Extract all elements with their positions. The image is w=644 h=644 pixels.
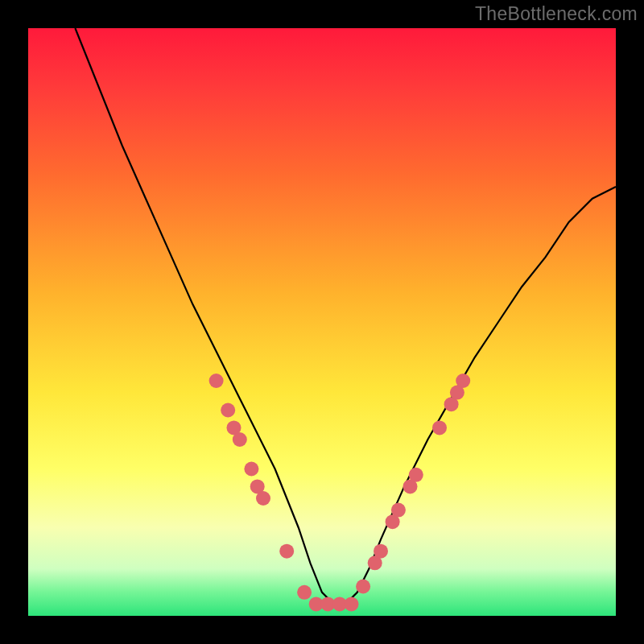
- curve-svg: [28, 28, 616, 616]
- data-marker: [356, 580, 370, 594]
- plot-area: [28, 28, 616, 616]
- data-marker: [279, 544, 294, 559]
- data-marker: [244, 462, 258, 477]
- chart-frame: TheBottleneck.com: [0, 0, 644, 644]
- data-marker: [345, 597, 359, 611]
- data-marker: [374, 544, 388, 559]
- data-marker: [256, 491, 270, 506]
- data-marker: [409, 468, 423, 482]
- watermark-text: TheBottleneck.com: [475, 3, 638, 25]
- data-marker: [221, 403, 235, 418]
- data-marker: [456, 374, 470, 388]
- data-marker: [391, 503, 406, 518]
- data-marker: [297, 585, 312, 600]
- data-marker: [233, 432, 247, 447]
- markers: [209, 374, 471, 611]
- data-marker: [432, 420, 447, 435]
- bottleneck-curve: [75, 28, 616, 604]
- data-marker: [209, 374, 224, 388]
